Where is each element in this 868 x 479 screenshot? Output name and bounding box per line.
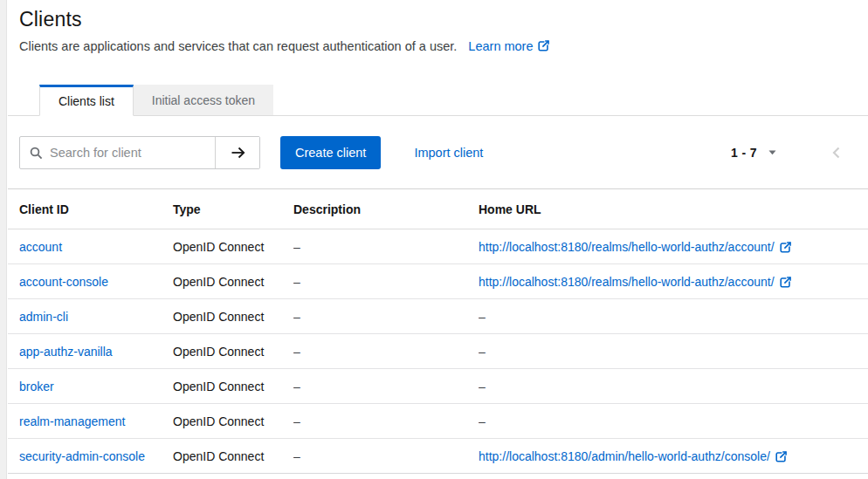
table-row: app-authz-vanillaOpenID Connect––	[8, 334, 868, 369]
client-type-cell: OpenID Connect	[173, 229, 293, 264]
client-id-link[interactable]: realm-management	[19, 414, 125, 428]
table-toolbar: Create client Import client 1 - 7	[8, 116, 868, 188]
page-background-edge	[0, 0, 7, 479]
external-link-icon	[538, 40, 549, 51]
home-url-link[interactable]: http://localhost:8180/admin/hello-world-…	[479, 449, 787, 463]
client-id-link[interactable]: app-authz-vanilla	[19, 345, 113, 359]
pagination: 1 - 7	[731, 145, 842, 161]
client-id-link[interactable]: admin-cli	[19, 310, 68, 324]
import-client-link[interactable]: Import client	[414, 146, 483, 160]
column-header-client-id: Client ID	[8, 189, 173, 229]
tab-bar: Clients list Initial access token	[8, 84, 868, 116]
home-url-empty: –	[479, 380, 486, 393]
client-id-link[interactable]: account	[19, 240, 62, 254]
page-header: Clients Clients are applications and ser…	[8, 0, 868, 55]
client-type-cell: OpenID Connect	[173, 439, 293, 474]
client-description-cell: –	[293, 380, 300, 393]
pagination-range: 1 - 7	[731, 146, 757, 160]
page-title: Clients	[19, 8, 847, 31]
caret-down-icon	[768, 150, 776, 155]
table-row: admin-cliOpenID Connect––	[8, 299, 868, 334]
table-row: security-admin-consoleOpenID Connect–htt…	[8, 439, 868, 474]
home-url-empty: –	[479, 414, 486, 428]
clients-page: Clients Clients are applications and ser…	[8, 0, 868, 474]
arrow-right-icon	[231, 147, 245, 159]
page-subtitle: Clients are applications and services th…	[19, 38, 847, 55]
subtitle-text: Clients are applications and services th…	[19, 39, 457, 53]
client-description-cell: –	[293, 414, 300, 428]
home-url-empty: –	[479, 345, 486, 359]
search-submit-button[interactable]	[215, 137, 259, 168]
client-description-cell: –	[293, 345, 300, 359]
client-description-cell: –	[293, 449, 300, 463]
client-type-cell: OpenID Connect	[173, 404, 293, 439]
pagination-prev-button[interactable]	[830, 145, 842, 161]
home-url-link[interactable]: http://localhost:8180/realms/hello-world…	[479, 275, 791, 289]
tab-initial-access-token[interactable]: Initial access token	[134, 85, 273, 116]
column-header-description: Description	[293, 189, 479, 229]
table-row: brokerOpenID Connect––	[8, 369, 868, 404]
external-link-icon	[780, 277, 791, 288]
tab-clients-list-label: Clients list	[59, 94, 114, 108]
chevron-left-icon	[832, 147, 840, 159]
client-description-cell: –	[293, 275, 300, 289]
column-header-type: Type	[173, 189, 293, 229]
clients-table: Client ID Type Description Home URL acco…	[8, 188, 868, 474]
client-id-link[interactable]: account-console	[19, 275, 108, 289]
client-type-cell: OpenID Connect	[173, 264, 293, 299]
table-row: account-consoleOpenID Connect–http://loc…	[8, 264, 868, 299]
client-description-cell: –	[293, 240, 300, 254]
learn-more-link[interactable]: Learn more	[468, 39, 548, 53]
client-type-cell: OpenID Connect	[173, 334, 293, 369]
external-link-icon	[775, 451, 787, 462]
client-id-link[interactable]: security-admin-console	[19, 449, 145, 463]
tab-clients-list[interactable]: Clients list	[39, 85, 134, 116]
tab-initial-access-token-label: Initial access token	[152, 93, 255, 107]
external-link-icon	[780, 242, 791, 253]
search-group	[19, 136, 260, 169]
table-row: realm-managementOpenID Connect––	[8, 404, 868, 439]
search-input-wrap	[20, 137, 215, 168]
client-type-cell: OpenID Connect	[173, 299, 293, 334]
table-row: accountOpenID Connect–http://localhost:8…	[8, 229, 868, 264]
create-client-button[interactable]: Create client	[280, 136, 381, 169]
home-url-empty: –	[479, 310, 486, 324]
search-input[interactable]	[50, 146, 215, 160]
client-type-cell: OpenID Connect	[173, 369, 293, 404]
client-id-link[interactable]: broker	[19, 380, 54, 393]
home-url-link[interactable]: http://localhost:8180/realms/hello-world…	[479, 240, 791, 254]
client-description-cell: –	[293, 310, 300, 324]
pagination-menu-toggle[interactable]	[765, 147, 780, 159]
search-icon	[30, 147, 43, 160]
table-header-row: Client ID Type Description Home URL	[8, 189, 868, 229]
column-header-home-url: Home URL	[479, 189, 868, 229]
